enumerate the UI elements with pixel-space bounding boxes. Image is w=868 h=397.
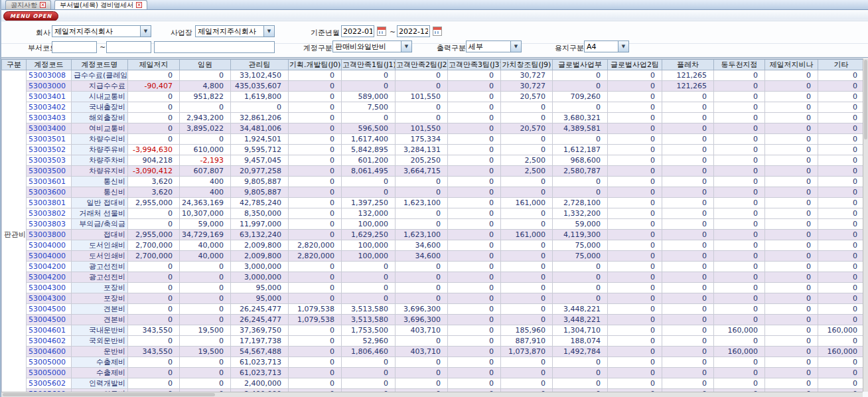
amount-cell[interactable]: 0 xyxy=(765,336,818,347)
amount-cell[interactable]: 0 xyxy=(501,219,553,230)
amount-cell[interactable]: 0 xyxy=(608,304,662,315)
amount-cell[interactable]: 34,600 xyxy=(396,251,448,262)
account-name-cell[interactable]: 수출제비 xyxy=(72,368,128,378)
amount-cell[interactable]: 0 xyxy=(128,219,180,230)
amount-cell[interactable]: 0 xyxy=(501,102,553,113)
amount-cell[interactable]: 0 xyxy=(448,113,501,123)
amount-cell[interactable]: 0 xyxy=(289,219,342,230)
amount-cell[interactable]: 3,696,300 xyxy=(396,304,448,315)
table-row[interactable]: 53004500견본비0026,245,4771,079,5383,513,58… xyxy=(2,315,863,325)
amount-cell[interactable]: 0 xyxy=(714,102,765,113)
amount-cell[interactable]: 0 xyxy=(608,155,662,166)
amount-cell[interactable]: 0 xyxy=(714,219,765,230)
amount-cell[interactable]: 0 xyxy=(128,357,180,368)
amount-cell[interactable]: 0 xyxy=(714,315,765,325)
amount-cell[interactable]: 596,500 xyxy=(342,123,396,134)
amount-cell[interactable]: 0 xyxy=(714,123,765,134)
horizontal-scrollbar[interactable] xyxy=(1,392,863,397)
amount-cell[interactable]: 0 xyxy=(714,81,765,92)
amount-cell[interactable]: 0 xyxy=(396,208,448,219)
amount-cell[interactable]: 0 xyxy=(608,336,662,347)
amount-cell[interactable]: 0 xyxy=(128,70,180,81)
account-name-cell[interactable]: 운반비 xyxy=(72,347,128,357)
amount-cell[interactable]: 0 xyxy=(608,357,662,368)
amount-cell[interactable]: 0 xyxy=(289,272,342,283)
amount-cell[interactable]: 0 xyxy=(818,368,863,378)
amount-cell[interactable]: 0 xyxy=(662,283,714,293)
amount-cell[interactable]: 0 xyxy=(765,70,818,81)
amount-cell[interactable]: 0 xyxy=(448,304,501,315)
amount-cell[interactable]: 52,960 xyxy=(342,336,396,347)
amount-cell[interactable]: 0 xyxy=(448,208,501,219)
amount-cell[interactable]: 0 xyxy=(180,262,231,272)
account-code-cell[interactable]: 53003008 xyxy=(27,70,72,81)
amount-cell[interactable]: 968,600 xyxy=(553,155,608,166)
amount-cell[interactable]: 0 xyxy=(714,357,765,368)
table-row[interactable]: 53003801일반 접대비2,955,00024,363,16942,785,… xyxy=(2,198,863,208)
amount-cell[interactable]: 0 xyxy=(608,92,662,102)
amount-cell[interactable]: 205,250 xyxy=(396,155,448,166)
amount-cell[interactable]: 0 xyxy=(289,134,342,145)
amount-cell[interactable]: 0 xyxy=(714,92,765,102)
amount-cell[interactable]: 1,397,250 xyxy=(342,198,396,208)
amount-cell[interactable]: 0 xyxy=(608,145,662,155)
amount-cell[interactable]: 0 xyxy=(289,177,342,187)
account-code-cell[interactable]: 53003802 xyxy=(27,208,72,219)
amount-cell[interactable]: 34,481,006 xyxy=(231,123,289,134)
amount-cell[interactable]: 0 xyxy=(714,230,765,240)
amount-cell[interactable]: 5,842,895 xyxy=(342,145,396,155)
amount-cell[interactable]: 0 xyxy=(714,198,765,208)
amount-cell[interactable]: 0 xyxy=(608,102,662,113)
amount-cell[interactable]: 0 xyxy=(818,357,863,368)
amount-cell[interactable]: 0 xyxy=(396,283,448,293)
amount-cell[interactable]: 0 xyxy=(289,123,342,134)
account-name-cell[interactable]: 차량주유비 xyxy=(72,145,128,155)
account-code-cell[interactable]: 53003402 xyxy=(27,102,72,113)
amount-cell[interactable]: 0 xyxy=(342,262,396,272)
amount-cell[interactable]: 0 xyxy=(448,357,501,368)
amount-cell[interactable]: 0 xyxy=(608,123,662,134)
amount-cell[interactable]: 188,074 xyxy=(553,336,608,347)
amount-cell[interactable]: 33,102,450 xyxy=(231,70,289,81)
amount-cell[interactable]: 0 xyxy=(608,272,662,283)
amount-cell[interactable]: 0 xyxy=(608,315,662,325)
amount-cell[interactable]: 19,500 xyxy=(180,325,231,336)
amount-cell[interactable]: 0 xyxy=(342,368,396,378)
amount-cell[interactable]: 0 xyxy=(714,378,765,389)
amount-cell[interactable]: 0 xyxy=(342,357,396,368)
amount-cell[interactable]: 32,861,206 xyxy=(231,113,289,123)
amount-cell[interactable]: 400 xyxy=(180,187,231,198)
account-name-cell[interactable]: 통신비 xyxy=(72,187,128,198)
amount-cell[interactable]: 0 xyxy=(553,262,608,272)
amount-cell[interactable]: 2,728,100 xyxy=(553,198,608,208)
amount-cell[interactable]: 1,629,250 xyxy=(342,230,396,240)
amount-cell[interactable]: 0 xyxy=(662,198,714,208)
amount-cell[interactable]: 0 xyxy=(396,272,448,283)
account-code-cell[interactable]: 53003501 xyxy=(27,134,72,145)
amount-cell[interactable]: 0 xyxy=(662,240,714,251)
amount-cell[interactable]: 9,805,887 xyxy=(231,177,289,187)
amount-cell[interactable]: 0 xyxy=(501,240,553,251)
amount-cell[interactable]: 0 xyxy=(128,293,180,304)
amount-cell[interactable]: 0 xyxy=(501,113,553,123)
account-name-cell[interactable]: 시내교통비 xyxy=(72,92,128,102)
amount-cell[interactable]: 0 xyxy=(128,102,180,113)
amount-cell[interactable]: 951,822 xyxy=(180,92,231,102)
table-row[interactable]: 53004300포장비0095,00000000000000 xyxy=(2,293,863,304)
amount-cell[interactable]: 0 xyxy=(714,293,765,304)
scrollbar-thumb[interactable] xyxy=(3,393,215,396)
close-icon[interactable]: × xyxy=(136,2,142,8)
amount-cell[interactable]: 3,000,000 xyxy=(231,262,289,272)
amount-cell[interactable]: 0 xyxy=(128,336,180,347)
amount-cell[interactable]: 0 xyxy=(501,304,553,315)
account-code-cell[interactable]: 53004500 xyxy=(27,315,72,325)
amount-cell[interactable]: 0 xyxy=(818,304,863,315)
amount-cell[interactable]: 0 xyxy=(553,187,608,198)
amount-cell[interactable]: 0 xyxy=(765,347,818,357)
amount-cell[interactable]: -90,407 xyxy=(128,81,180,92)
account-name-cell[interactable]: 견본비 xyxy=(72,304,128,315)
amount-cell[interactable]: 904,218 xyxy=(128,155,180,166)
amount-cell[interactable]: 0 xyxy=(662,251,714,262)
amount-cell[interactable]: 0 xyxy=(608,283,662,293)
amount-cell[interactable]: 0 xyxy=(342,113,396,123)
